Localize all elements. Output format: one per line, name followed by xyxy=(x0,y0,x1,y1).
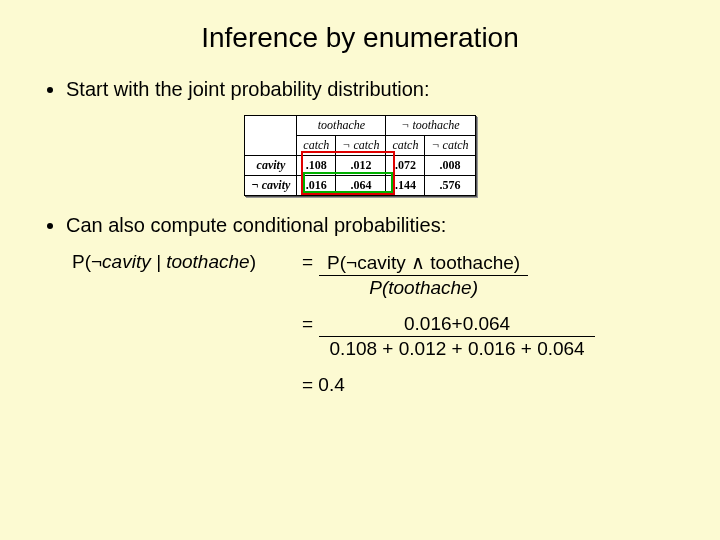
bullet-2: Can also compute conditional probabiliti… xyxy=(66,214,678,237)
cell-r2c4: .576 xyxy=(425,176,475,196)
row-cavity: cavity xyxy=(245,156,297,176)
jpd-table: toothache ¬ toothache catch ¬ catch catc… xyxy=(244,115,475,196)
sub-catch-1: catch xyxy=(297,136,336,156)
math-row-3: = 0.4 xyxy=(72,374,678,396)
math-row-2: = 0.016+0.064 0.108 + 0.012 + 0.016 + 0.… xyxy=(72,313,678,360)
sub-catch-2: catch xyxy=(386,136,425,156)
numerator-2: 0.016+0.064 xyxy=(319,313,595,337)
sub-notcatch-1: ¬ catch xyxy=(336,136,386,156)
col-not-toothache: ¬ toothache xyxy=(386,116,475,136)
math-rhs-2: = 0.016+0.064 0.108 + 0.012 + 0.016 + 0.… xyxy=(302,313,595,360)
slide: Inference by enumeration Start with the … xyxy=(0,0,720,540)
num1-text: P(¬cavity ∧ toothache) xyxy=(327,252,520,273)
cell-r1c4: .008 xyxy=(425,156,475,176)
math-lhs: P(¬cavity | toothache) xyxy=(72,251,302,273)
denominator-2: 0.108 + 0.012 + 0.016 + 0.064 xyxy=(322,337,593,360)
col-toothache: toothache xyxy=(297,116,386,136)
math-rhs-1: = P(¬cavity ∧ toothache) P(toothache) xyxy=(302,251,528,299)
equals-2: = xyxy=(302,313,313,335)
cell-r2c2: .064 xyxy=(336,176,386,196)
bullet-list-2: Can also compute conditional probabiliti… xyxy=(42,214,678,237)
lhs-p: P( xyxy=(72,251,91,272)
fraction-1: P(¬cavity ∧ toothache) P(toothache) xyxy=(319,251,528,299)
math-result: = 0.4 xyxy=(302,374,345,396)
denominator-1: P(toothache) xyxy=(361,276,486,299)
equals-1: = xyxy=(302,251,313,273)
fraction-2: 0.016+0.064 0.108 + 0.012 + 0.016 + 0.06… xyxy=(319,313,595,360)
jpd-table-outer: toothache ¬ toothache catch ¬ catch catc… xyxy=(244,115,475,196)
cell-r1c2: .012 xyxy=(336,156,386,176)
lhs-body: cavity | toothache xyxy=(102,251,250,272)
cell-r1c1: .108 xyxy=(297,156,336,176)
neg-icon: ¬ xyxy=(91,251,102,272)
lhs-close: ) xyxy=(250,251,256,272)
cell-r2c1: .016 xyxy=(297,176,336,196)
math-block: P(¬cavity | toothache) = P(¬cavity ∧ too… xyxy=(72,251,678,396)
cell-r1c3: .072 xyxy=(386,156,425,176)
blank-header xyxy=(245,116,297,156)
jpd-table-wrap: toothache ¬ toothache catch ¬ catch catc… xyxy=(42,115,678,196)
bullet-list: Start with the joint probability distrib… xyxy=(42,78,678,101)
cell-r2c3: .144 xyxy=(386,176,425,196)
bullet-1: Start with the joint probability distrib… xyxy=(66,78,678,101)
numerator-1: P(¬cavity ∧ toothache) xyxy=(319,251,528,276)
row-not-cavity: ¬ cavity xyxy=(245,176,297,196)
slide-title: Inference by enumeration xyxy=(42,22,678,54)
math-row-1: P(¬cavity | toothache) = P(¬cavity ∧ too… xyxy=(72,251,678,299)
sub-notcatch-2: ¬ catch xyxy=(425,136,475,156)
